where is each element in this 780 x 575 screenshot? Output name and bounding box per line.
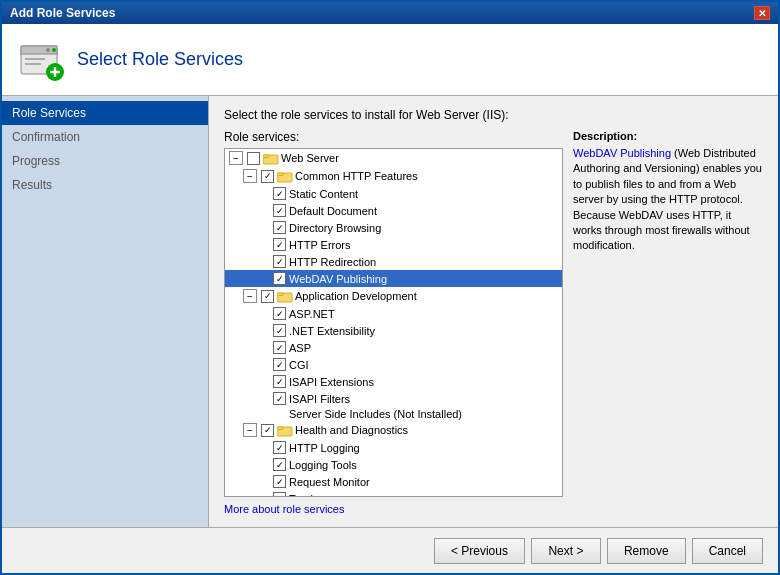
description-text: WebDAV Publishing (Web Distributed Autho… [573, 146, 763, 254]
item-label: Default Document [289, 205, 377, 217]
item-label: Logging Tools [289, 459, 357, 471]
checkbox[interactable] [273, 204, 286, 217]
checkbox[interactable] [273, 392, 286, 405]
role-services-panel: Role services: − Web Server− Common HTTP… [224, 130, 563, 515]
description-body: (Web Distributed Authoring and Versionin… [573, 147, 762, 251]
checkbox[interactable] [261, 170, 274, 183]
tree-item-app-dev[interactable]: − Application Development [225, 287, 562, 305]
item-label: Request Monitor [289, 476, 370, 488]
content-area: Role services: − Web Server− Common HTTP… [224, 130, 763, 515]
item-label: HTTP Redirection [289, 256, 376, 268]
tree-item-asp[interactable]: ASP [225, 339, 562, 356]
svg-rect-1 [21, 46, 57, 54]
checkbox[interactable] [273, 492, 286, 497]
tree-item-http-redirection[interactable]: HTTP Redirection [225, 253, 562, 270]
tree-item-default-document[interactable]: Default Document [225, 202, 562, 219]
previous-button[interactable]: < Previous [434, 538, 525, 564]
item-label: HTTP Logging [289, 442, 360, 454]
remove-button[interactable]: Remove [607, 538, 686, 564]
tree-item-http-logging[interactable]: HTTP Logging [225, 439, 562, 456]
tree-item-isapi-filters[interactable]: ISAPI Filters [225, 390, 562, 407]
item-label: Static Content [289, 188, 358, 200]
tree-item-asp-net[interactable]: ASP.NET [225, 305, 562, 322]
expand-btn[interactable]: − [243, 289, 257, 303]
tree-item-health-diag[interactable]: − Health and Diagnostics [225, 421, 562, 439]
window-title: Add Role Services [10, 6, 115, 20]
sidebar-item-results[interactable]: Results [2, 173, 208, 197]
folder-icon [277, 424, 293, 437]
main-window: Add Role Services ✕ Select Role Services [0, 0, 780, 575]
folder-icon [277, 290, 293, 303]
item-label: Directory Browsing [289, 222, 381, 234]
tree-item-directory-browsing[interactable]: Directory Browsing [225, 219, 562, 236]
item-label: Health and Diagnostics [295, 424, 408, 436]
checkbox[interactable] [273, 324, 286, 337]
checkbox[interactable] [247, 152, 260, 165]
expand-btn[interactable]: − [229, 151, 243, 165]
item-label: ISAPI Filters [289, 393, 350, 405]
checkbox[interactable] [273, 358, 286, 371]
sidebar-item-role-services[interactable]: Role Services [2, 101, 208, 125]
checkbox[interactable] [273, 375, 286, 388]
checkbox[interactable] [273, 238, 286, 251]
tree-item-net-ext[interactable]: .NET Extensibility [225, 322, 562, 339]
svg-rect-12 [277, 173, 283, 176]
tree-item-http-errors[interactable]: HTTP Errors [225, 236, 562, 253]
checkbox[interactable] [273, 255, 286, 268]
tree-item-ssi[interactable]: Server Side Includes (Not Installed) [225, 407, 562, 421]
sidebar-item-progress[interactable]: Progress [2, 149, 208, 173]
svg-rect-16 [277, 427, 283, 430]
item-label: Server Side Includes (Not Installed) [289, 408, 462, 420]
checkbox[interactable] [273, 272, 286, 285]
sidebar: Role Services Confirmation Progress Resu… [2, 96, 209, 527]
checkbox[interactable] [273, 187, 286, 200]
checkbox[interactable] [261, 424, 274, 437]
footer: < Previous Next > Remove Cancel [2, 527, 778, 573]
svg-rect-5 [25, 63, 41, 65]
tree-item-web-server[interactable]: − Web Server [225, 149, 562, 167]
item-label: CGI [289, 359, 309, 371]
role-services-label: Role services: [224, 130, 563, 144]
tree-item-webdav-publishing[interactable]: WebDAV Publishing [225, 270, 562, 287]
tree-item-request-monitor[interactable]: Request Monitor [225, 473, 562, 490]
item-label: WebDAV Publishing [289, 273, 387, 285]
checkbox[interactable] [273, 307, 286, 320]
description-panel: Description: WebDAV Publishing (Web Dist… [573, 130, 763, 515]
tree-container[interactable]: − Web Server− Common HTTP FeaturesStatic… [224, 148, 563, 497]
tree-item-static-content[interactable]: Static Content [225, 185, 562, 202]
checkbox[interactable] [273, 341, 286, 354]
folder-icon [277, 170, 293, 183]
right-content: Select the role services to install for … [209, 96, 778, 527]
next-button[interactable]: Next > [531, 538, 601, 564]
svg-point-2 [52, 48, 56, 52]
header-icon [17, 36, 65, 84]
checkbox[interactable] [273, 221, 286, 234]
header-title: Select Role Services [77, 49, 243, 70]
description-label: Description: [573, 130, 763, 142]
item-label: HTTP Errors [289, 239, 351, 251]
svg-rect-14 [277, 293, 283, 296]
tree-item-common-http[interactable]: − Common HTTP Features [225, 167, 562, 185]
item-label: Application Development [295, 290, 417, 302]
instruction-text: Select the role services to install for … [224, 108, 763, 122]
checkbox[interactable] [273, 475, 286, 488]
more-about-link[interactable]: More about role services [224, 503, 563, 515]
role-services-icon [17, 36, 65, 84]
item-label: ASP [289, 342, 311, 354]
svg-rect-10 [263, 155, 269, 158]
expand-btn[interactable]: − [243, 169, 257, 183]
checkbox[interactable] [273, 458, 286, 471]
description-link[interactable]: WebDAV Publishing [573, 147, 671, 159]
cancel-button[interactable]: Cancel [692, 538, 763, 564]
tree-item-tracing[interactable]: Tracing [225, 490, 562, 497]
folder-icon [263, 152, 279, 165]
tree-item-logging-tools[interactable]: Logging Tools [225, 456, 562, 473]
checkbox[interactable] [261, 290, 274, 303]
item-label: Tracing [289, 493, 325, 498]
tree-item-isapi-ext[interactable]: ISAPI Extensions [225, 373, 562, 390]
expand-btn[interactable]: − [243, 423, 257, 437]
checkbox[interactable] [273, 441, 286, 454]
sidebar-item-confirmation[interactable]: Confirmation [2, 125, 208, 149]
close-button[interactable]: ✕ [754, 6, 770, 20]
tree-item-cgi[interactable]: CGI [225, 356, 562, 373]
